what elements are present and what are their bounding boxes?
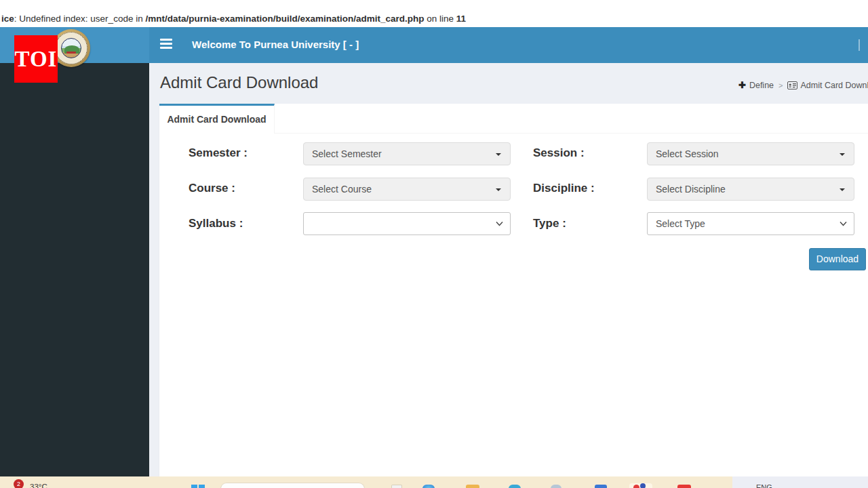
seal-emblem <box>61 38 81 58</box>
notice-mid2: on line <box>424 14 456 24</box>
id-card-icon <box>787 81 797 92</box>
file-explorer-icon[interactable] <box>466 485 479 488</box>
university-seal-logo <box>52 29 90 67</box>
breadcrumb: ✚Define>Admit Card Download <box>738 80 868 92</box>
youtube-icon[interactable] <box>677 485 691 488</box>
navbar-title: Welcome To Purnea University [ - ] <box>192 39 359 50</box>
tab-strip: Admit Card Download <box>159 104 868 134</box>
temperature-label: 33°C <box>30 483 47 488</box>
notice-mid1: : Undefined index: user_code in <box>14 14 146 24</box>
caret-down-icon <box>496 188 501 191</box>
discipline-label: Discipline : <box>533 182 595 195</box>
sidebar <box>0 63 149 476</box>
hamburger-icon[interactable] <box>160 39 174 52</box>
discipline-select-value: Select Discipline <box>656 184 726 195</box>
chevron-down-icon <box>840 221 847 226</box>
php-notice-text: ice: Undefined index: user_code in /mnt/… <box>1 14 466 24</box>
active-app-icon[interactable] <box>629 483 652 488</box>
page-title: Admit Card Download <box>160 73 318 92</box>
windows-taskbar: 2 33°C ENG <box>0 476 868 488</box>
language-indicator[interactable]: ENG <box>756 483 772 488</box>
task-view-icon[interactable] <box>391 485 402 488</box>
session-label: Session : <box>533 146 585 160</box>
chevron-down-icon <box>496 221 503 226</box>
caret-down-icon <box>496 153 501 156</box>
download-button[interactable]: Download <box>809 248 866 270</box>
type-select[interactable]: Select Type <box>647 212 854 235</box>
session-select-value: Select Session <box>656 148 719 159</box>
admit-card-panel: Admit Card Download Semester : Select Se… <box>159 104 868 476</box>
main-content: Admit Card Download ✚Define>Admit Card D… <box>149 63 868 476</box>
syllabus-label: Syllabus : <box>189 217 243 230</box>
semester-label: Semester : <box>189 146 248 160</box>
type-select-value: Select Type <box>656 218 705 229</box>
plus-icon: ✚ <box>738 80 746 90</box>
weather-badge-icon: 2 <box>14 479 24 488</box>
edge-browser-icon[interactable] <box>422 485 435 488</box>
navbar-right-cutoff-element <box>859 39 860 51</box>
syllabus-select[interactable] <box>303 212 511 235</box>
course-label: Course : <box>189 182 235 195</box>
course-select[interactable]: Select Course <box>303 178 511 201</box>
caret-down-icon <box>840 153 845 156</box>
tab-admit-card-download[interactable]: Admit Card Download <box>159 104 275 134</box>
caret-down-icon <box>840 188 845 191</box>
semester-select[interactable]: Select Semester <box>303 142 511 165</box>
store-icon[interactable] <box>595 485 607 488</box>
notice-prefix: ice <box>1 14 14 24</box>
discipline-select[interactable]: Select Discipline <box>647 178 854 201</box>
seal-red-band <box>66 52 76 54</box>
settings-icon[interactable] <box>551 485 561 488</box>
session-select[interactable]: Select Session <box>647 142 854 165</box>
php-notice-bar: ice: Undefined index: user_code in /mnt/… <box>0 0 868 27</box>
type-label: Type : <box>533 217 566 230</box>
taskbar-search-input[interactable] <box>220 483 365 488</box>
breadcrumb-define-link[interactable]: Define <box>749 81 774 90</box>
taskbar-tray-area <box>732 476 868 488</box>
toi-watermark-logo: TOI <box>14 35 58 83</box>
top-navbar: Welcome To Purnea University [ - ] <box>149 27 868 63</box>
windows-start-icon[interactable] <box>191 485 206 488</box>
notice-path: /mnt/data/purnia-examination/build/exami… <box>145 14 424 24</box>
breadcrumb-separator: > <box>778 81 783 89</box>
notice-line-number: 11 <box>456 14 466 24</box>
app-header: Welcome To Purnea University [ - ] <box>0 27 868 63</box>
teams-icon[interactable] <box>509 485 521 488</box>
course-select-value: Select Course <box>312 184 372 195</box>
semester-select-value: Select Semester <box>312 148 382 159</box>
breadcrumb-current-page: Admit Card Download <box>800 81 868 90</box>
